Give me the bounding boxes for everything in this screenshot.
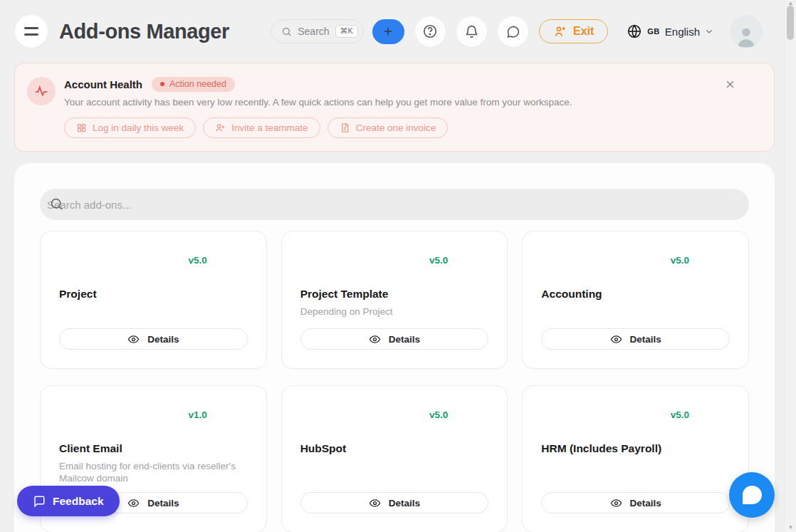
details-label: Details [147, 334, 179, 345]
log-in-daily-button[interactable]: Log in daily this week [64, 118, 196, 138]
addon-version: v5.0 [300, 255, 489, 266]
help-button[interactable] [415, 16, 446, 47]
addon-title: Project Template [300, 288, 489, 301]
user-avatar[interactable] [730, 15, 763, 48]
addons-grid: v5.0 Project Details v5.0 Project Templa… [40, 231, 749, 532]
person-icon [734, 25, 758, 48]
chat-blob-icon [743, 486, 762, 504]
chevron-down-icon [705, 27, 713, 36]
bell-icon [464, 24, 479, 39]
account-health-banner: Account Health Action needed Your accoun… [14, 63, 775, 152]
question-circle-icon [422, 24, 438, 39]
plus-icon [382, 25, 394, 38]
locale-language: English [665, 26, 700, 38]
language-selector[interactable]: GB English [627, 24, 713, 39]
message-square-icon [33, 495, 46, 508]
locale-country: GB [647, 27, 660, 36]
details-button[interactable]: Details [300, 492, 489, 513]
exit-button[interactable]: Exit [539, 19, 608, 43]
details-label: Details [389, 498, 420, 508]
addon-card: v5.0 Accounting Details [522, 231, 749, 369]
addons-panel: v5.0 Project Details v5.0 Project Templa… [14, 163, 775, 532]
search-label: Search [298, 26, 329, 37]
details-label: Details [630, 498, 661, 508]
addon-title: Client Email [59, 442, 248, 455]
banner-title: Account Health [64, 78, 142, 90]
person-x-icon [553, 25, 567, 38]
eye-icon [127, 333, 140, 345]
close-icon [725, 79, 735, 90]
addon-version: v5.0 [59, 255, 248, 266]
details-button[interactable]: Details [59, 328, 248, 350]
details-button[interactable]: Details [541, 328, 730, 350]
addon-search-input[interactable] [40, 189, 749, 220]
addon-version: v1.0 [59, 410, 248, 420]
add-button[interactable] [372, 19, 404, 44]
addon-title: Project [59, 288, 248, 301]
globe-icon [627, 24, 642, 39]
addon-description: Email hosting for end-clients via resell… [59, 461, 248, 485]
invite-teammate-button[interactable]: Invite a teammate [203, 118, 320, 138]
details-button[interactable]: Details [300, 328, 489, 350]
status-badge: Action needed [152, 77, 235, 92]
chat-bubble-icon [506, 24, 520, 39]
feedback-label: Feedback [53, 495, 104, 508]
invoice-icon [340, 122, 350, 133]
eye-icon [610, 497, 622, 509]
exit-label: Exit [573, 25, 594, 38]
banner-description: Your account activity has been very low … [64, 97, 760, 108]
top-header: Add-ons Manager Search ⌘K Exit [0, 0, 796, 63]
banner-actions: Log in daily this week Invite a teammate… [64, 118, 760, 138]
addon-title: HubSpot [300, 442, 489, 455]
scrollbar-thumb[interactable] [787, 6, 794, 40]
scroll-down-arrow-icon[interactable]: ▼ [785, 525, 796, 531]
search-icon [281, 26, 292, 37]
addon-version: v5.0 [541, 255, 730, 266]
feedback-button[interactable]: Feedback [17, 486, 120, 516]
notifications-button[interactable] [456, 16, 487, 47]
addon-card: v5.0 Project Template Depending on Proje… [281, 231, 508, 369]
status-dot-icon [160, 82, 164, 86]
person-plus-icon [215, 122, 226, 133]
eye-icon [610, 333, 622, 345]
global-search-button[interactable]: Search ⌘K [271, 19, 364, 43]
details-label: Details [389, 334, 420, 345]
addon-title: HRM (Includes Payroll) [541, 442, 730, 455]
eye-icon [369, 497, 381, 509]
grid-icon [76, 122, 87, 133]
addon-version: v5.0 [541, 410, 730, 420]
page-title: Add-ons Manager [59, 20, 229, 43]
vertical-scrollbar[interactable]: ▲ ▼ [784, 0, 796, 532]
addon-card: v5.0 Project Details [40, 231, 267, 369]
addon-card: v5.0 HRM (Includes Payroll) Details [522, 385, 749, 532]
chat-launcher-button[interactable] [729, 472, 775, 518]
keyboard-shortcut-badge: ⌘K [335, 25, 358, 38]
details-button[interactable]: Details [541, 492, 730, 513]
hamburger-icon [24, 27, 38, 29]
details-label: Details [630, 334, 661, 345]
hamburger-menu-button[interactable] [15, 15, 48, 48]
addon-version: v5.0 [300, 410, 489, 420]
messages-button[interactable] [498, 16, 528, 47]
eye-icon [369, 333, 381, 345]
addon-title: Accounting [541, 288, 730, 301]
details-label: Details [147, 498, 179, 508]
banner-close-button[interactable] [723, 78, 737, 91]
addon-card: v5.0 HubSpot Details [281, 385, 508, 532]
addon-search [40, 189, 749, 220]
create-invoice-button[interactable]: Create one invoice [328, 118, 449, 138]
eye-icon [127, 497, 140, 509]
pulse-icon [27, 77, 56, 105]
addon-description: Depending on Project [300, 306, 489, 318]
